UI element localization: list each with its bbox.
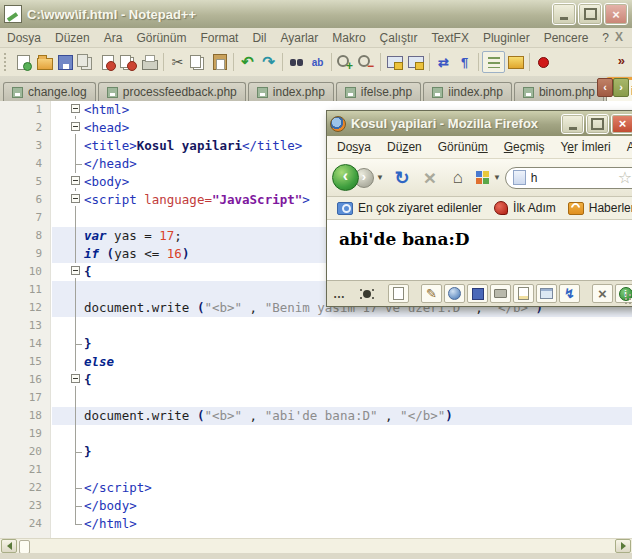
grid-icon[interactable] xyxy=(474,169,491,186)
zoom-in-icon[interactable] xyxy=(335,52,356,72)
word-wrap-icon[interactable] xyxy=(433,52,454,72)
tools-icon[interactable] xyxy=(592,284,613,303)
close-all-icon[interactable] xyxy=(118,52,139,72)
npp-menu-dosya[interactable]: Dosya xyxy=(0,29,48,47)
refresh-button[interactable] xyxy=(390,166,414,190)
token xyxy=(99,246,107,261)
npp-menu-ara[interactable]: Ara xyxy=(97,29,130,47)
fold-marker-icon[interactable] xyxy=(52,173,84,191)
redo-icon[interactable] xyxy=(258,52,279,72)
copy-icon[interactable] xyxy=(188,52,209,72)
sync-horizontal-icon[interactable] xyxy=(405,52,426,72)
npp-menu-pencere[interactable]: Pencere xyxy=(537,29,596,47)
undo-icon[interactable] xyxy=(237,52,258,72)
paste-icon[interactable] xyxy=(209,52,230,72)
fold-guide xyxy=(52,389,84,407)
save-file-icon[interactable] xyxy=(55,52,76,72)
npp-menu-düzen[interactable]: Düzen xyxy=(48,29,97,47)
npp-menu-görünüm[interactable]: Görünüm xyxy=(129,29,193,47)
npp-menu-ayarlar[interactable]: Ayarlar xyxy=(273,29,325,47)
print-icon[interactable] xyxy=(139,52,160,72)
firefox-minimize-button[interactable] xyxy=(561,114,584,134)
page-icon[interactable] xyxy=(388,284,409,303)
npp-menu-?[interactable]: ? xyxy=(595,29,616,47)
line-number: 13 xyxy=(0,317,50,335)
token: </script> xyxy=(84,480,152,495)
horizontal-scrollbar[interactable] xyxy=(0,538,632,554)
fold-marker-icon[interactable] xyxy=(52,119,84,137)
scroll-right-button[interactable] xyxy=(615,539,631,553)
zoom-out-icon[interactable] xyxy=(356,52,377,72)
bookmark-en-çok-ziyaret-edilenler[interactable]: En çok ziyaret edilenler xyxy=(331,199,488,217)
history-dropdown-icon[interactable]: ▼ xyxy=(376,173,384,182)
bookmark-star-icon[interactable] xyxy=(618,169,632,187)
ff-menu-dosya[interactable]: Dosya xyxy=(329,137,379,157)
tab-iindex-php[interactable]: iindex.php xyxy=(423,82,512,101)
close-button[interactable]: × xyxy=(604,3,628,25)
close-file-icon[interactable] xyxy=(97,52,118,72)
minimize-button[interactable] xyxy=(552,3,576,25)
resize-grip[interactable] xyxy=(624,293,632,304)
npp-menu-makro[interactable]: Makro xyxy=(325,29,372,47)
npp-menu-pluginler[interactable]: Pluginler xyxy=(476,29,537,47)
tab-ifelse-php[interactable]: ifelse.php xyxy=(336,82,421,101)
firefox-close-button[interactable]: × xyxy=(611,114,632,134)
window-icon[interactable] xyxy=(536,284,557,303)
npp-menu-dil[interactable]: Dil xyxy=(245,29,273,47)
scrollbar-thumb[interactable] xyxy=(19,540,30,554)
record-macro-icon[interactable] xyxy=(533,52,554,72)
tab-index-php[interactable]: index.php xyxy=(248,82,334,101)
fold-marker-icon[interactable] xyxy=(52,101,84,119)
save-all-icon[interactable] xyxy=(76,52,97,72)
maximize-button[interactable] xyxy=(578,3,602,25)
firefox-maximize-button[interactable] xyxy=(586,114,609,134)
disk-icon[interactable] xyxy=(467,284,488,303)
tab-change-log[interactable]: change.log xyxy=(3,82,96,101)
fold-marker-icon[interactable] xyxy=(52,191,84,209)
scroll-left-button[interactable] xyxy=(1,539,17,553)
npp-menu-format[interactable]: Format xyxy=(193,29,245,47)
ff-menu-görünüm[interactable]: Görünüm xyxy=(430,137,496,157)
npp-menu-textfx[interactable]: TextFX xyxy=(425,29,476,47)
replace-icon[interactable] xyxy=(307,52,328,72)
globe-icon[interactable] xyxy=(444,284,465,303)
show-all-characters-icon[interactable] xyxy=(454,52,475,72)
open-file-icon[interactable] xyxy=(34,52,55,72)
sync-vertical-icon[interactable] xyxy=(384,52,405,72)
ff-menu-düzen[interactable]: Düzen xyxy=(379,137,430,157)
tab-binom-php[interactable]: binom.php xyxy=(514,82,604,101)
statusbar-overflow[interactable]: … xyxy=(333,287,345,301)
bookmark-i-lk-adım[interactable]: İlk Adım xyxy=(488,199,562,217)
tab-scroll-right-button[interactable]: › xyxy=(613,78,629,97)
fold-guide xyxy=(52,461,84,479)
token: , xyxy=(378,408,401,423)
tab-processfeedback-php[interactable]: processfeedback.php xyxy=(98,82,246,101)
fold-marker-icon[interactable] xyxy=(52,263,84,281)
new-file-icon[interactable] xyxy=(13,52,34,72)
ff-menu-yer-i-mleri[interactable]: Yer İmleri xyxy=(552,137,618,157)
grid-dropdown-icon[interactable]: ▼ xyxy=(493,173,501,182)
cut-icon[interactable] xyxy=(167,52,188,72)
ff-menu-araçla[interactable]: Araçla xyxy=(619,137,632,157)
back-button[interactable] xyxy=(332,164,359,191)
bug-icon[interactable] xyxy=(357,285,376,302)
url-bar[interactable]: h xyxy=(505,167,632,189)
tab-scroll-left-button[interactable]: ‹ xyxy=(597,78,613,97)
pencil-icon[interactable] xyxy=(421,284,442,303)
fold-marker-icon[interactable] xyxy=(52,371,84,389)
toolbar-grip[interactable] xyxy=(4,53,8,71)
find-icon[interactable] xyxy=(286,52,307,72)
menubar-close-icon[interactable]: X xyxy=(615,31,623,43)
toolbar-overflow-icon[interactable]: » xyxy=(618,53,625,68)
lightning-icon[interactable] xyxy=(559,284,580,303)
bookmark-haberler[interactable]: Haberler xyxy=(562,199,632,217)
home-button[interactable] xyxy=(446,166,470,190)
npp-menu-çalıştır[interactable]: Çalıştır xyxy=(373,29,425,47)
printer-icon[interactable] xyxy=(490,284,511,303)
url-text[interactable]: h xyxy=(531,171,613,185)
stop-button[interactable] xyxy=(418,166,442,190)
ff-menu-geçmiş[interactable]: Geçmiş xyxy=(496,137,553,157)
indent-guide-icon[interactable] xyxy=(482,51,505,73)
user-dialog-icon[interactable] xyxy=(505,52,526,72)
note-icon[interactable] xyxy=(513,284,534,303)
